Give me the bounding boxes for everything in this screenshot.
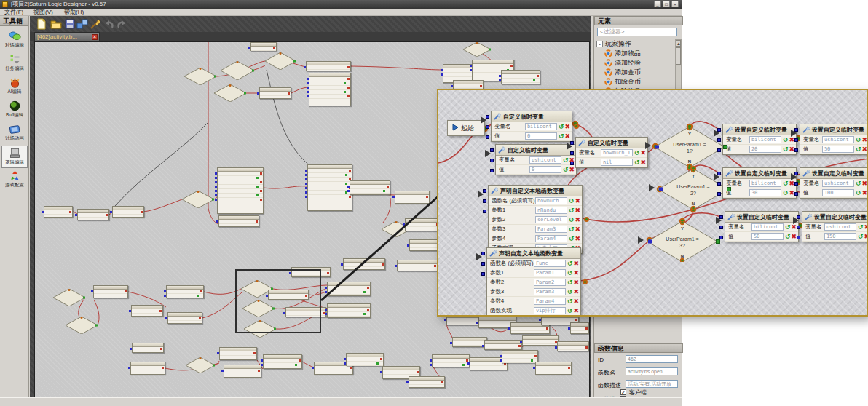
decision-node[interactable] bbox=[182, 191, 214, 208]
delete-icon[interactable]: ✖ bbox=[640, 159, 646, 166]
row-value-input[interactable]: 100 bbox=[822, 189, 854, 196]
graph-node[interactable] bbox=[263, 354, 302, 369]
decision-node[interactable] bbox=[186, 357, 215, 373]
graph-node[interactable] bbox=[306, 61, 351, 71]
row-value-input[interactable]: 20 bbox=[749, 146, 781, 153]
graph-node[interactable] bbox=[131, 305, 163, 317]
pin-icon[interactable] bbox=[570, 151, 574, 155]
refresh-icon[interactable]: ↺ bbox=[559, 123, 564, 130]
refresh-icon[interactable]: ↺ bbox=[783, 136, 789, 143]
tree-item-1[interactable]: 添加经验 bbox=[596, 58, 676, 68]
undo-icon[interactable] bbox=[103, 18, 115, 30]
pin-icon[interactable] bbox=[717, 182, 721, 186]
toolbox-item-buff[interactable]: Buff编辑 bbox=[1, 99, 28, 122]
close-button[interactable]: × bbox=[671, 1, 679, 7]
pin-icon[interactable] bbox=[794, 182, 798, 186]
graph-node[interactable] bbox=[501, 70, 540, 84]
tree-expander-icon[interactable]: - bbox=[596, 41, 603, 47]
graph-node[interactable] bbox=[350, 180, 390, 195]
graph-node[interactable] bbox=[395, 191, 430, 204]
delete-icon[interactable]: ✖ bbox=[864, 223, 868, 231]
row-value-input[interactable]: Param3 bbox=[534, 288, 566, 295]
row-value-input[interactable]: 50 bbox=[751, 233, 784, 240]
refresh-icon[interactable]: ↺ bbox=[567, 279, 573, 286]
menu-file[interactable]: 文件(F) bbox=[1, 9, 26, 16]
start-node[interactable]: 起始 bbox=[447, 120, 485, 136]
row-value-input[interactable]: nil bbox=[601, 159, 633, 166]
refresh-icon[interactable]: ↺ bbox=[858, 233, 864, 240]
pin-icon[interactable] bbox=[717, 148, 721, 152]
refresh-icon[interactable]: ↺ bbox=[783, 146, 789, 153]
field-input-1[interactable]: activity.bs.open bbox=[626, 367, 678, 375]
tree-item-0[interactable]: 添加物品 bbox=[596, 49, 676, 58]
action-node[interactable]: 设置自定义临时变量变量名bilicont↺✖值20↺✖ bbox=[722, 124, 797, 155]
row-value-input[interactable]: Func bbox=[534, 260, 566, 267]
graph-node[interactable] bbox=[167, 312, 202, 324]
graph-node[interactable] bbox=[224, 365, 261, 378]
graph-node[interactable] bbox=[218, 215, 259, 227]
graph-node[interactable] bbox=[343, 258, 385, 270]
graph-node[interactable] bbox=[346, 353, 384, 366]
graph-node[interactable] bbox=[77, 209, 109, 220]
menu-view[interactable]: 视图(V) bbox=[31, 9, 56, 16]
row-value-input[interactable]: ushicont bbox=[822, 180, 854, 187]
refresh-icon[interactable]: ↺ bbox=[569, 207, 575, 214]
title-bar[interactable]: [项目2]Saturn Logic Designer - v0.57 _ □ × bbox=[0, 0, 682, 9]
graph-node[interactable] bbox=[132, 343, 164, 353]
tree-item-3[interactable]: 扣除金币 bbox=[596, 77, 676, 87]
redo-icon[interactable] bbox=[116, 18, 127, 30]
graph-node[interactable] bbox=[217, 167, 264, 214]
decision-node[interactable] bbox=[265, 52, 296, 70]
refresh-icon[interactable]: ↺ bbox=[569, 197, 575, 204]
decision-node[interactable]: UserParam1 =3?YN bbox=[647, 221, 717, 262]
pin-icon[interactable] bbox=[483, 199, 486, 203]
row-value-input[interactable]: serLevel bbox=[535, 216, 567, 223]
decision-node[interactable] bbox=[214, 84, 246, 102]
action-node[interactable]: 设置自定义临时变量变量名ushicont↺✖值150↺✖ bbox=[802, 211, 868, 242]
delete-icon[interactable]: ✖ bbox=[791, 233, 797, 240]
output-dot-icon[interactable] bbox=[583, 279, 588, 284]
pin-icon[interactable] bbox=[794, 138, 798, 142]
row-value-input[interactable]: bilicont bbox=[751, 223, 784, 231]
pin-icon[interactable] bbox=[490, 169, 494, 172]
graph-node[interactable] bbox=[250, 42, 277, 51]
refresh-icon[interactable]: ↺ bbox=[634, 149, 640, 156]
row-value-input[interactable]: vip排行 bbox=[534, 307, 566, 314]
graph-node[interactable] bbox=[557, 341, 589, 351]
row-value-input[interactable]: 0 bbox=[529, 166, 561, 173]
graph-node[interactable] bbox=[327, 282, 371, 296]
delete-icon[interactable]: ✖ bbox=[573, 307, 579, 314]
refresh-icon[interactable]: ↺ bbox=[856, 189, 861, 196]
pin-icon[interactable] bbox=[797, 236, 800, 239]
refresh-icon[interactable]: ↺ bbox=[856, 180, 861, 187]
decision-node[interactable] bbox=[463, 42, 491, 57]
refresh-icon[interactable]: ↺ bbox=[567, 288, 573, 295]
row-value-input[interactable]: ushicont bbox=[822, 136, 854, 143]
pin-icon[interactable] bbox=[486, 125, 489, 129]
graph-node[interactable] bbox=[309, 73, 351, 106]
graph-node[interactable] bbox=[409, 376, 445, 388]
filter-input[interactable]: <过滤器> bbox=[597, 28, 677, 36]
graph-node[interactable] bbox=[397, 260, 438, 271]
field-input-0[interactable]: 462 bbox=[626, 355, 678, 363]
graph-node[interactable] bbox=[93, 285, 128, 298]
action-node[interactable]: 声明自定义本地函数变量函数名 (必须填写)howmuch↺✖参数1nRandu↺… bbox=[488, 185, 583, 254]
delete-icon[interactable]: ✖ bbox=[575, 197, 580, 204]
decision-node[interactable] bbox=[66, 317, 98, 334]
action-node[interactable]: 设置自定义临时变量变量名ushicont↺✖值100↺✖ bbox=[800, 167, 868, 199]
refresh-icon[interactable]: ↺ bbox=[856, 146, 861, 153]
new-icon[interactable] bbox=[36, 18, 47, 30]
refresh-icon[interactable]: ↺ bbox=[559, 132, 564, 140]
pin-icon[interactable] bbox=[481, 272, 485, 276]
row-value-input[interactable]: Param1 bbox=[534, 269, 566, 276]
graph-node[interactable] bbox=[219, 347, 257, 360]
row-value-input[interactable]: 50 bbox=[822, 146, 854, 153]
decision-node[interactable] bbox=[221, 61, 254, 80]
refresh-icon[interactable]: ↺ bbox=[563, 156, 569, 164]
refresh-icon[interactable]: ↺ bbox=[785, 223, 791, 231]
action-node[interactable]: 自定义临时变量变量名bilicont↺✖值0↺✖ bbox=[491, 111, 572, 142]
refresh-icon[interactable]: ↺ bbox=[783, 180, 789, 187]
delete-icon[interactable]: ✖ bbox=[789, 189, 794, 196]
pin-icon[interactable] bbox=[490, 159, 494, 162]
toolbox-item-chat[interactable]: 对话编辑 bbox=[1, 29, 28, 52]
